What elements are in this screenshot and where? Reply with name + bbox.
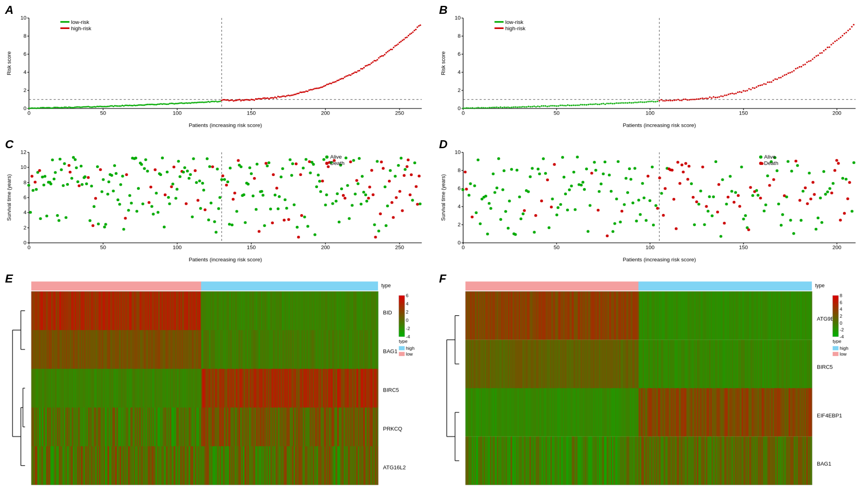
panel-d: D (434, 134, 868, 269)
panel-f: F (434, 269, 868, 491)
chart-e (2, 271, 432, 489)
panel-c: C (0, 134, 434, 269)
panel-a-label: A (5, 3, 13, 17)
chart-c (4, 139, 430, 264)
panel-b: B (434, 0, 868, 134)
panel-e-label: E (5, 272, 13, 285)
main-grid: A B C D E F (0, 0, 868, 492)
chart-a (4, 4, 430, 130)
panel-e: E (0, 269, 434, 491)
panel-c-label: C (5, 138, 13, 151)
chart-f (436, 271, 866, 489)
panel-b-label: B (439, 3, 448, 17)
chart-d (438, 139, 864, 264)
chart-b (438, 4, 864, 130)
panel-f-label: F (439, 272, 446, 285)
panel-a: A (0, 0, 434, 134)
panel-d-label: D (439, 138, 448, 151)
